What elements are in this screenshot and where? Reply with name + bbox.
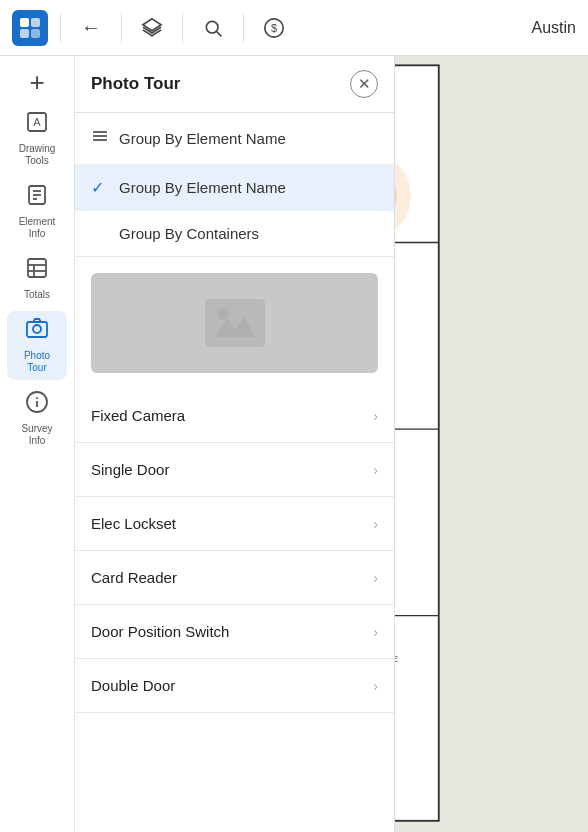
dollar-button[interactable]: $ [256,10,292,46]
dropdown-menu: Group By Element Name ✓ Group By Element… [75,113,394,257]
app-logo [12,10,48,46]
svg-text:A: A [33,116,41,128]
element-info-label: ElementInfo [19,216,56,240]
header-divider-4 [243,13,244,43]
list-item-elec-lockset[interactable]: Elec Lockset › [75,497,394,551]
chevron-right-icon-2: › [373,516,378,532]
back-button[interactable]: ← [73,10,109,46]
svg-rect-0 [20,18,29,27]
main-area: ELECT ROOM (E) R/R (E) R/R (E) SERVER (E… [75,56,588,832]
sidebar-item-drawing-tools[interactable]: A DrawingTools [7,104,67,173]
totals-label: Totals [24,289,50,301]
layers-button[interactable] [134,10,170,46]
chevron-right-icon-4: › [373,624,378,640]
photo-tour-icon [25,317,49,347]
list-item-label-fixed-camera: Fixed Camera [91,407,373,424]
list-item-label-single-door: Single Door [91,461,373,478]
totals-icon [25,256,49,286]
dropdown-item-1-label: Group By Element Name [119,179,378,196]
chevron-right-icon-5: › [373,678,378,694]
sidebar-item-survey-info[interactable]: SurveyInfo [7,384,67,453]
image-placeholder [91,273,378,373]
photo-tour-label: PhotoTour [24,350,50,374]
drawing-tools-icon: A [25,110,49,140]
page-title: Austin [532,19,576,37]
dropdown-item-1[interactable]: ✓ Group By Element Name [75,164,394,211]
svg-point-5 [206,21,218,33]
header-divider-3 [182,13,183,43]
sidebar-item-photo-tour[interactable]: PhotoTour [7,311,67,380]
check-icon-1: ✓ [91,178,109,197]
panel-close-button[interactable]: ✕ [350,70,378,98]
svg-rect-15 [28,259,46,277]
sidebar: + A DrawingTools ElementInfo [0,56,75,832]
chevron-right-icon-1: › [373,462,378,478]
svg-point-50 [217,308,229,320]
survey-info-label: SurveyInfo [21,423,52,447]
list-item-label-double-door: Double Door [91,677,373,694]
search-button[interactable] [195,10,231,46]
list-item-fixed-camera[interactable]: Fixed Camera › [75,389,394,443]
svg-line-6 [217,31,222,36]
svg-rect-2 [20,29,29,38]
svg-rect-1 [31,18,40,27]
dropdown-item-0[interactable]: Group By Element Name [75,113,394,164]
drawing-tools-label: DrawingTools [19,143,56,167]
chevron-right-icon-3: › [373,570,378,586]
svg-point-20 [33,325,41,333]
element-info-icon [25,183,49,213]
panel-header: Photo Tour ✕ [75,56,394,113]
body: + A DrawingTools ElementInfo [0,56,588,832]
list-item-double-door[interactable]: Double Door › [75,659,394,713]
list-item-card-reader[interactable]: Card Reader › [75,551,394,605]
chevron-right-icon-0: › [373,408,378,424]
menu-lines-icon-0 [91,127,109,150]
list-item-single-door[interactable]: Single Door › [75,443,394,497]
list-item-door-position-switch[interactable]: Door Position Switch › [75,605,394,659]
add-element-button[interactable]: + [19,64,55,100]
header-divider-2 [121,13,122,43]
photo-tour-panel: Photo Tour ✕ Group By Element [75,56,395,832]
list-item-label-card-reader: Card Reader [91,569,373,586]
header: ← $ Austin [0,0,588,56]
list-section: Fixed Camera › Single Door › Elec Lockse… [75,389,394,832]
dropdown-item-2[interactable]: Group By Containers [75,211,394,256]
list-item-label-elec-lockset: Elec Lockset [91,515,373,532]
svg-rect-3 [31,29,40,38]
sidebar-item-totals[interactable]: Totals [7,250,67,307]
panel-title: Photo Tour [91,74,180,94]
dropdown-item-0-label: Group By Element Name [119,130,378,147]
svg-rect-48 [205,299,265,347]
survey-info-icon [25,390,49,420]
list-item-label-door-position-switch: Door Position Switch [91,623,373,640]
sidebar-item-element-info[interactable]: ElementInfo [7,177,67,246]
header-divider-1 [60,13,61,43]
dropdown-item-2-label: Group By Containers [119,225,378,242]
svg-text:$: $ [271,21,277,33]
